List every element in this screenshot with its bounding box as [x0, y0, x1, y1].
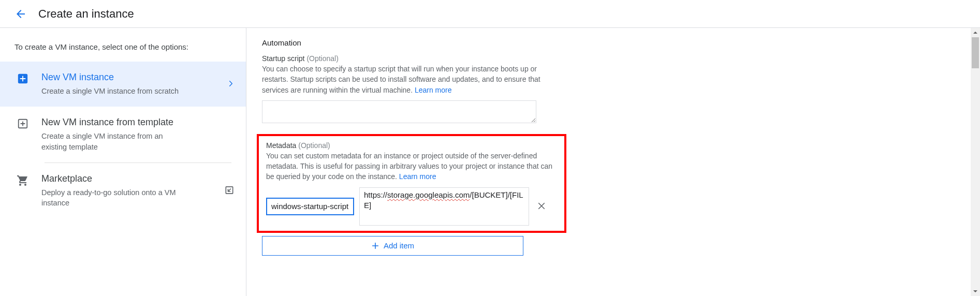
startup-script-textarea[interactable]: [262, 100, 536, 123]
sidebar-item-title: New VM instance from template: [41, 117, 237, 128]
optional-label: (Optional): [306, 54, 338, 63]
plus-icon: [371, 242, 379, 250]
main-panel: Automation Startup script (Optional) You…: [246, 28, 980, 296]
metadata-value-input[interactable]: https://storage.googleapis.com/[BUCKET]/…: [359, 187, 529, 226]
optional-label: (Optional): [298, 141, 330, 150]
sidebar-item-from-template[interactable]: New VM instance from template Create a s…: [0, 107, 246, 162]
plus-box-icon: [14, 73, 31, 84]
content-area: To create a VM instance, select one of t…: [0, 28, 980, 296]
chevron-right-icon: [227, 80, 235, 88]
automation-heading: Automation: [262, 38, 562, 47]
page-title: Create an instance: [38, 7, 134, 21]
metadata-desc: You can set custom metadata for an insta…: [266, 151, 557, 182]
arrow-left-icon: [14, 8, 27, 20]
close-icon: [537, 201, 546, 211]
startup-script-desc: You can choose to specify a startup scri…: [262, 64, 562, 95]
learn-more-link[interactable]: Learn more: [415, 86, 452, 94]
sidebar-item-desc: Create a single VM instance from an exis…: [41, 131, 186, 152]
topbar: Create an instance: [0, 0, 980, 28]
back-button[interactable]: [10, 4, 31, 24]
sidebar-item-marketplace[interactable]: Marketplace Deploy a ready-to-go solutio…: [0, 163, 246, 219]
sidebar-item-title: Marketplace: [41, 173, 237, 184]
scrollbar-thumb[interactable]: [972, 37, 979, 68]
learn-more-link[interactable]: Learn more: [399, 172, 436, 181]
metadata-key-input[interactable]: [266, 198, 354, 215]
metadata-section-highlight: Metadata (Optional) You can set custom m…: [257, 134, 566, 233]
startup-script-label: Startup script: [262, 54, 304, 63]
metadata-value-prefix: https://: [364, 190, 387, 199]
sidebar-intro: To create a VM instance, select one of t…: [0, 42, 246, 62]
sidebar: To create a VM instance, select one of t…: [0, 28, 246, 296]
sidebar-item-desc: Deploy a ready-to-go solution onto a VM …: [41, 187, 186, 209]
template-plus-icon: [14, 118, 31, 129]
add-item-label: Add item: [384, 241, 414, 250]
scroll-down-button[interactable]: [971, 287, 980, 296]
sidebar-item-new-vm[interactable]: New VM instance Create a single VM insta…: [0, 62, 246, 107]
cart-icon: [14, 174, 31, 187]
scroll-up-button[interactable]: [971, 28, 980, 37]
scrollbar[interactable]: [971, 28, 980, 296]
metadata-label: Metadata: [266, 141, 296, 150]
remove-metadata-button[interactable]: [534, 199, 549, 213]
metadata-value-spell: storage.googleapis.com: [387, 190, 470, 199]
add-item-button[interactable]: Add item: [262, 236, 523, 256]
sidebar-item-title: New VM instance: [41, 72, 237, 83]
launch-icon: [224, 185, 235, 197]
startup-desc-text: You can choose to specify a startup scri…: [262, 65, 540, 94]
metadata-row: https://storage.googleapis.com/[BUCKET]/…: [266, 187, 557, 226]
sidebar-item-desc: Create a single VM instance from scratch: [41, 86, 186, 96]
